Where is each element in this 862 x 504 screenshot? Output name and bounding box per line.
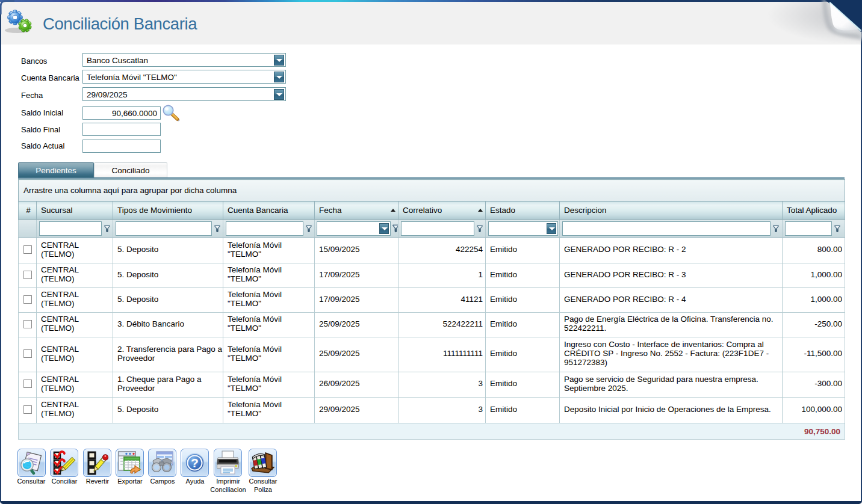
svg-text:?: ? (191, 456, 199, 470)
